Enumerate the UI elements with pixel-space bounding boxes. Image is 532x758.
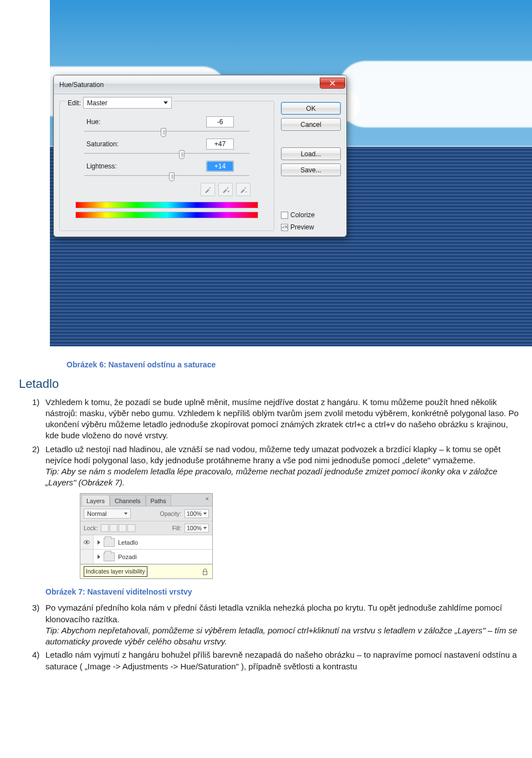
edit-dropdown[interactable]: Master bbox=[83, 97, 172, 109]
dialog-titlebar: Hue/Saturation bbox=[54, 75, 346, 94]
save-button[interactable]: Save... bbox=[281, 163, 341, 176]
figure-caption-7: Obrázek 7: Nastavení viditelnosti vrstvy bbox=[45, 587, 521, 597]
lock-label: Lock: bbox=[84, 524, 98, 532]
cancel-button[interactable]: Cancel bbox=[281, 118, 341, 131]
dialog-title: Hue/Saturation bbox=[59, 81, 104, 89]
hue-saturation-dialog: Hue/Saturation Edit: Master bbox=[53, 75, 347, 237]
hue-spectrum-bottom bbox=[75, 212, 258, 218]
hue-value[interactable]: -6 bbox=[206, 116, 234, 127]
lock-icon bbox=[201, 568, 209, 576]
list-item: Letadlo už nestojí nad hladinou, ale vzn… bbox=[32, 444, 521, 597]
lock-transparency-icon[interactable] bbox=[101, 524, 109, 532]
svg-point-1 bbox=[86, 541, 88, 543]
folder-icon bbox=[104, 538, 115, 547]
layer-name: Pozadi bbox=[115, 553, 137, 561]
eyedropper-subtract-button[interactable] bbox=[236, 183, 250, 196]
saturation-slider-thumb[interactable] bbox=[179, 150, 185, 159]
lightness-value[interactable]: +14 bbox=[206, 161, 234, 172]
chevron-down-icon bbox=[203, 527, 207, 529]
tab-paths[interactable]: Paths bbox=[146, 495, 171, 506]
list-item-text: Vzhledem k tomu, že pozadí se bude uplně… bbox=[45, 397, 519, 441]
eyedropper-minus-icon bbox=[239, 186, 247, 193]
saturation-slider[interactable] bbox=[84, 153, 249, 154]
lightness-slider[interactable] bbox=[84, 175, 249, 176]
eyedropper-button[interactable] bbox=[201, 183, 215, 196]
list-item: Po vymazání předního kola nám v přední č… bbox=[32, 602, 521, 647]
lock-paint-icon[interactable] bbox=[110, 524, 117, 532]
list-item-text: Letadlo nám vyjmutí z hangáru bohužel př… bbox=[45, 650, 517, 670]
screenshot-hue-saturation: Hue/Saturation Edit: Master bbox=[50, 0, 532, 346]
edit-label: Edit: bbox=[68, 99, 81, 107]
colorize-checkbox[interactable] bbox=[281, 212, 288, 219]
list-item-tip: Tip: Abychom nepřetahovali, pomůžeme si … bbox=[45, 626, 517, 646]
layer-row[interactable]: Pozadi bbox=[80, 550, 212, 564]
opacity-input[interactable]: 100% bbox=[185, 509, 209, 518]
fill-input[interactable]: 100% bbox=[185, 524, 209, 532]
blend-mode-dropdown[interactable]: Normal bbox=[84, 509, 131, 519]
tab-layers[interactable]: Layers bbox=[81, 495, 110, 506]
preview-checkbox[interactable] bbox=[281, 224, 288, 231]
eyedropper-plus-icon bbox=[222, 186, 229, 193]
list-item: Letadlo nám vyjmutí z hangáru bohužel př… bbox=[32, 649, 521, 672]
eyedropper-icon bbox=[204, 186, 212, 193]
list-item: Vzhledem k tomu, že pozadí se bude uplně… bbox=[32, 397, 521, 442]
figure-caption-6: Obrázek 6: Nastavení odstínu a saturace bbox=[66, 360, 521, 370]
hue-slider-thumb[interactable] bbox=[161, 128, 166, 137]
list-item-text: Po vymazání předního kola nám v přední č… bbox=[45, 603, 502, 623]
visibility-toggle[interactable] bbox=[80, 535, 94, 549]
expand-toggle[interactable] bbox=[94, 555, 104, 559]
lock-all-icon[interactable] bbox=[127, 524, 135, 532]
lightness-slider-thumb[interactable] bbox=[169, 172, 175, 181]
ok-button[interactable]: OK bbox=[281, 102, 341, 115]
list-item-tip: Tip: Aby se nám s modelem letadla lépe p… bbox=[45, 467, 498, 487]
edit-dropdown-value: Master bbox=[87, 99, 108, 107]
hue-slider[interactable] bbox=[84, 131, 249, 132]
heading-letadlo: Letadlo bbox=[19, 376, 521, 392]
tab-channels[interactable]: Channels bbox=[110, 495, 145, 506]
list-item-text: Letadlo už nestojí nad hladinou, ale vzn… bbox=[45, 444, 500, 465]
visibility-toggle[interactable] bbox=[80, 550, 94, 564]
hue-spectrum-top bbox=[75, 202, 258, 208]
colorize-label: Colorize bbox=[290, 211, 315, 219]
fill-label: Fill: bbox=[172, 524, 181, 532]
svg-rect-2 bbox=[203, 571, 207, 575]
saturation-label: Saturation: bbox=[68, 140, 129, 148]
chevron-down-icon bbox=[124, 513, 127, 515]
layer-name: Letadlo bbox=[115, 539, 138, 547]
chevron-down-icon bbox=[163, 101, 168, 104]
chevron-down-icon bbox=[203, 513, 207, 515]
eyedropper-add-button[interactable] bbox=[218, 183, 233, 196]
preview-label: Preview bbox=[290, 223, 314, 231]
saturation-value[interactable]: +47 bbox=[206, 139, 234, 150]
hue-label: Hue: bbox=[68, 118, 129, 126]
layers-panel: Layers Channels Paths × Normal Opacity: … bbox=[80, 493, 213, 579]
tooltip-text: Indicates layer visibility bbox=[84, 566, 147, 576]
opacity-label: Opacity: bbox=[160, 510, 181, 518]
load-button[interactable]: Load... bbox=[281, 147, 341, 160]
eye-icon bbox=[83, 539, 90, 546]
layer-row[interactable]: Letadlo bbox=[80, 535, 212, 550]
tabs-close-button[interactable]: × bbox=[203, 495, 211, 506]
expand-toggle[interactable] bbox=[94, 540, 104, 545]
lock-move-icon[interactable] bbox=[119, 524, 126, 532]
folder-icon bbox=[104, 552, 115, 561]
close-icon bbox=[330, 80, 335, 86]
lightness-label: Lightness: bbox=[68, 162, 129, 170]
close-button[interactable] bbox=[320, 78, 345, 89]
